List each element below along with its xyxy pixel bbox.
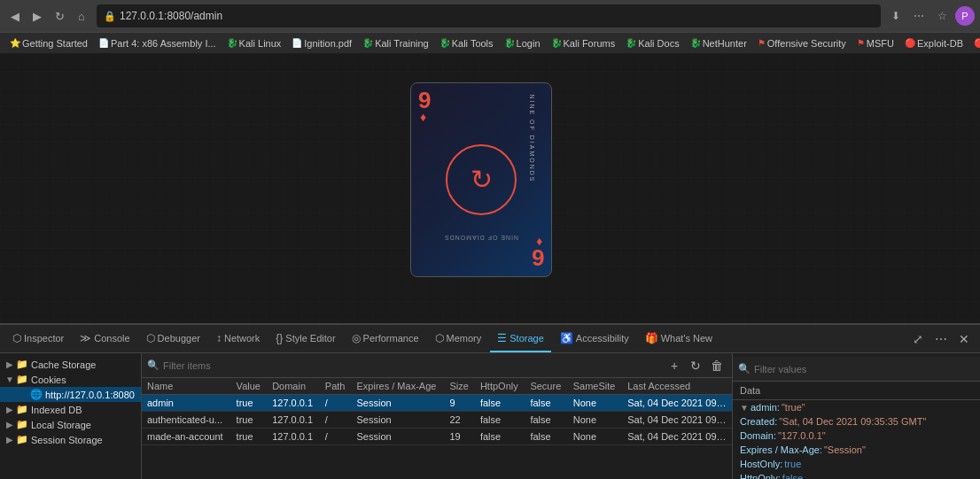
data-key-expires: Expires / Max-Age:: [740, 444, 822, 455]
cookie-filter-input[interactable]: [163, 360, 661, 371]
cookie-table-scroll[interactable]: Name Value Domain Path Expires / Max-Age…: [142, 378, 732, 479]
data-row-httponly: HttpOnly: false: [733, 471, 980, 479]
tree-item-label: Session Storage: [31, 435, 103, 445]
tab-whats-new[interactable]: 🎁 What's New: [638, 325, 719, 352]
data-filter-input[interactable]: [754, 364, 975, 375]
tab-console[interactable]: ≫ Console: [73, 325, 136, 352]
refresh-button[interactable]: ↻: [50, 6, 69, 26]
tab-label: Storage: [509, 333, 544, 344]
tree-item-cache-storage[interactable]: ▶ 📁 Cache Storage: [0, 357, 141, 372]
col-path: Path: [320, 378, 352, 395]
forward-button[interactable]: ▶: [27, 6, 47, 26]
add-cookie-button[interactable]: +: [665, 356, 684, 375]
browser-actions: ⬇ ⋯ ☆ P: [886, 6, 975, 26]
tree-item-cookie-url[interactable]: 🌐 http://127.0.0.1:8080: [0, 387, 141, 402]
bookmark-label: Kali Docs: [638, 38, 679, 49]
network-icon: ↕: [216, 332, 222, 344]
tab-performance[interactable]: ◎ Performance: [345, 325, 426, 352]
tree-item-session-storage[interactable]: ▶ 📁 Session Storage: [0, 432, 141, 447]
tab-memory[interactable]: ⬡ Memory: [428, 325, 489, 352]
expand-icon: ▶: [4, 420, 16, 429]
filter-icon: 🔍: [147, 359, 159, 371]
cookie-secure: false: [525, 429, 567, 445]
data-key-hostonly: HostOnly:: [740, 459, 782, 469]
tree-item-label: Local Storage: [31, 420, 91, 430]
cookie-row-authenticated[interactable]: authenticated-u... true 127.0.0.1 / Sess…: [142, 412, 732, 429]
home-button[interactable]: ⌂: [72, 6, 91, 26]
bookmark-label: Kali Forums: [564, 38, 616, 49]
card-bottom-inverted-text: NINE OF DIAMONDS: [444, 235, 518, 241]
cookie-row-made-an-account[interactable]: made-an-account true 127.0.0.1 / Session…: [142, 429, 732, 445]
tab-label: Console: [94, 333, 129, 344]
address-bar[interactable]: 🔒 127.0.0.1:8080/admin: [97, 4, 881, 27]
storage-sidebar: ▶ 📁 Cache Storage ▼ 📁 Cookies 🌐 http://1…: [0, 353, 142, 479]
refresh-cookies-button[interactable]: ↻: [686, 356, 705, 375]
data-value-hostonly: true: [784, 459, 801, 469]
data-section-admin[interactable]: ▼ admin: "true": [733, 400, 980, 414]
bookmark-kali-tools[interactable]: 🐉 Kali Tools: [435, 37, 498, 50]
card-suit-bottom: ♦: [536, 236, 542, 250]
tree-item-indexed-db[interactable]: ▶ 📁 Indexed DB: [0, 402, 141, 417]
cookie-table-actions: + ↻ 🗑: [665, 356, 727, 375]
bookmark-x86[interactable]: 📄 Part 4: x86 Assembly I...: [94, 37, 221, 50]
profile-button[interactable]: P: [955, 6, 975, 26]
more-tools-button[interactable]: ⋯: [930, 328, 952, 350]
cookie-samesite: None: [568, 395, 623, 412]
dock-button[interactable]: ⤢: [907, 328, 929, 350]
bookmark-kali-forums[interactable]: 🐉 Kali Forums: [547, 37, 620, 50]
col-expires: Expires / Max-Age: [352, 378, 445, 395]
bookmark-label: Offensive Security: [767, 38, 846, 49]
devtools-body: ▶ 📁 Cache Storage ▼ 📁 Cookies 🌐 http://1…: [0, 353, 980, 479]
tab-accessibility[interactable]: ♿ Accessibility: [553, 325, 636, 352]
data-key-created: Created:: [740, 416, 777, 427]
debugger-icon: ⬡: [146, 332, 155, 344]
data-key-httponly: HttpOnly:: [740, 473, 781, 479]
bookmark-kali-linux[interactable]: 🐉 Kali Linux: [222, 37, 286, 50]
devtools-actions: ⤢ ⋯ ✕: [907, 328, 975, 350]
kali-icon: 🐉: [551, 38, 562, 48]
tree-item-local-storage[interactable]: ▶ 📁 Local Storage: [0, 417, 141, 432]
tab-inspector[interactable]: ⬡ Inspector: [5, 325, 71, 352]
expand-icon: ▶: [4, 435, 16, 444]
bookmark-kali-training[interactable]: 🐉 Kali Training: [358, 37, 433, 50]
back-button[interactable]: ◀: [5, 6, 25, 26]
bookmark-label: Part 4: x86 Assembly I...: [111, 38, 216, 49]
menu-dots-button[interactable]: ⋯: [909, 6, 929, 26]
bookmark-msfu[interactable]: ⚑ MSFU: [852, 37, 898, 50]
bookmark-label: Kali Linux: [239, 38, 282, 49]
data-filter-bar: 🔍: [733, 357, 980, 382]
tab-storage[interactable]: ☰ Storage: [490, 325, 551, 352]
bookmark-offensive-security[interactable]: ⚑ Offensive Security: [753, 37, 851, 50]
nethunter-icon: 🐉: [690, 38, 701, 48]
cookie-name: authenticated-u...: [142, 412, 231, 429]
extensions-button[interactable]: ⬇: [886, 6, 906, 26]
cookie-samesite: None: [568, 412, 623, 429]
playing-card: 9 ♦ NINE OF DIAMONDS ↻ NINE OF DIAMONDS …: [410, 82, 552, 277]
tree-item-cookies[interactable]: ▼ 📁 Cookies: [0, 372, 141, 387]
bookmark-label: Login: [517, 38, 541, 49]
tree-item-label: Cache Storage: [31, 359, 96, 370]
cookie-expires: Session: [352, 412, 445, 429]
cookie-domain: 127.0.0.1: [267, 412, 320, 429]
cookie-name: made-an-account: [142, 429, 231, 445]
data-row-hostonly: HostOnly: true: [733, 457, 980, 471]
tab-network[interactable]: ↕ Network: [209, 325, 267, 352]
browser-chrome: ◀ ▶ ↻ ⌂ 🔒 127.0.0.1:8080/admin ⬇ ⋯ ☆ P ⭐…: [0, 0, 980, 53]
bookmark-getting-started[interactable]: ⭐ Getting Started: [5, 37, 92, 50]
close-devtools-button[interactable]: ✕: [953, 328, 975, 350]
bookmark-exploit-db[interactable]: 🔴 Exploit-DB: [900, 37, 968, 50]
bookmark-kali-docs[interactable]: 🐉 Kali Docs: [621, 37, 683, 50]
bookmark-star-button[interactable]: ☆: [932, 6, 952, 26]
cookie-row-admin[interactable]: admin true 127.0.0.1 / Session 9 false f…: [142, 395, 732, 412]
tab-style-editor[interactable]: {} Style Editor: [268, 325, 342, 352]
session-storage-icon: 📁: [16, 434, 28, 445]
bookmark-nethunter[interactable]: 🐉 NetHunter: [686, 37, 751, 50]
cookie-httponly: false: [475, 412, 525, 429]
bookmark-ignition[interactable]: 📄 Ignition.pdf: [287, 37, 356, 50]
delete-cookie-button[interactable]: 🗑: [707, 356, 727, 375]
bookmark-login[interactable]: 🐉 Login: [500, 37, 545, 50]
cookie-last-accessed: Sat, 04 Dec 2021 09:37:35...: [622, 395, 732, 412]
accessibility-icon: ♿: [560, 332, 573, 344]
bookmark-ghdb[interactable]: 🔴 GHDB: [969, 37, 980, 50]
tab-debugger[interactable]: ⬡ Debugger: [139, 325, 207, 352]
